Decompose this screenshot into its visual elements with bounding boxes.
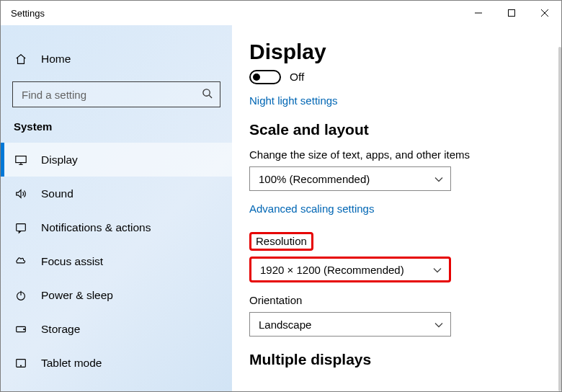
sidebar-item-display[interactable]: Display — [1, 143, 232, 177]
chevron-down-icon — [434, 173, 443, 185]
night-light-toggle[interactable] — [249, 70, 281, 84]
search-icon — [202, 88, 213, 101]
orientation-value: Landscape — [259, 318, 311, 331]
sidebar-item-tablet-mode[interactable]: Tablet mode — [1, 346, 232, 380]
sidebar-item-sound[interactable]: Sound — [1, 177, 232, 210]
scale-label: Change the size of text, apps, and other… — [249, 148, 470, 161]
window-title: Settings — [11, 8, 45, 19]
scale-select[interactable]: 100% (Recommended) — [249, 166, 451, 191]
home-icon — [14, 52, 28, 66]
night-light-settings-link[interactable]: Night light settings — [249, 94, 557, 107]
notifications-icon — [14, 220, 28, 235]
svg-line-5 — [209, 95, 212, 98]
search-box[interactable] — [12, 81, 220, 107]
maximize-button[interactable] — [495, 1, 528, 25]
svg-rect-6 — [16, 156, 26, 162]
sidebar-item-notifications[interactable]: Notifications & actions — [1, 210, 232, 244]
close-button[interactable] — [528, 1, 561, 25]
orientation-select[interactable]: Landscape — [249, 312, 451, 337]
power-icon — [14, 288, 28, 303]
resolution-value: 1920 × 1200 (Recommended) — [260, 264, 404, 276]
sidebar-item-power-sleep[interactable]: Power & sleep — [1, 278, 232, 312]
scrollbar[interactable] — [558, 47, 561, 391]
resolution-label: Resolution — [249, 232, 313, 251]
search-input[interactable] — [20, 88, 202, 102]
sidebar-item-label: Focus assist — [41, 255, 103, 268]
display-icon — [14, 153, 28, 167]
sidebar-item-label: Notifications & actions — [41, 221, 151, 234]
group-heading: System — [1, 119, 232, 143]
sound-icon — [14, 187, 28, 201]
resolution-select[interactable]: 1920 × 1200 (Recommended) — [249, 257, 451, 282]
svg-rect-9 — [17, 223, 26, 231]
sidebar-item-focus-assist[interactable]: Focus assist — [1, 244, 232, 278]
page-title: Display — [249, 40, 557, 64]
tablet-icon — [14, 356, 28, 370]
sidebar-item-storage[interactable]: Storage — [1, 312, 232, 346]
sidebar: Home System — [1, 25, 232, 391]
sidebar-item-label: Display — [41, 153, 78, 166]
sidebar-item-label: Sound — [41, 187, 73, 200]
svg-rect-1 — [509, 10, 515, 17]
chevron-down-icon — [434, 318, 443, 331]
scale-heading: Scale and layout — [249, 121, 557, 138]
svg-point-4 — [203, 89, 210, 96]
chevron-down-icon — [433, 264, 442, 276]
night-light-toggle-state: Off — [290, 71, 304, 84]
sidebar-item-label: Power & sleep — [41, 289, 113, 302]
home-nav[interactable]: Home — [1, 42, 232, 76]
sidebar-item-label: Storage — [41, 323, 80, 336]
advanced-scaling-link[interactable]: Advanced scaling settings — [249, 202, 557, 215]
orientation-label: Orientation — [249, 294, 302, 306]
svg-point-13 — [24, 329, 24, 329]
multiple-displays-heading: Multiple displays — [249, 351, 557, 368]
scale-value: 100% (Recommended) — [259, 173, 370, 185]
minimize-button[interactable] — [462, 1, 495, 25]
home-label: Home — [41, 53, 71, 66]
storage-icon — [14, 322, 28, 337]
svg-point-15 — [21, 365, 22, 366]
title-bar: Settings — [1, 1, 561, 25]
focus-assist-icon — [14, 254, 28, 269]
sidebar-item-label: Tablet mode — [41, 357, 102, 370]
content-panel: Display Off Night light settings Scale a… — [232, 25, 561, 391]
